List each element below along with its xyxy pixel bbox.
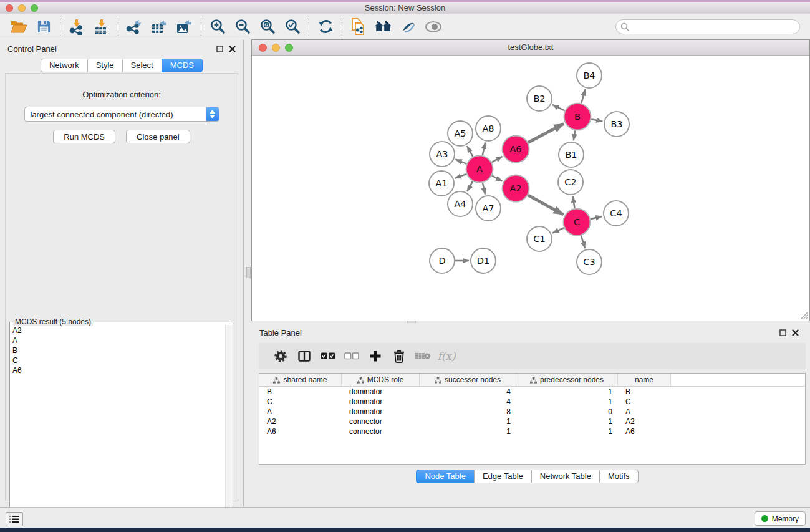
node-D1[interactable]: D1	[471, 248, 496, 273]
node-B[interactable]: B	[564, 104, 591, 130]
node-A8[interactable]: A8	[476, 116, 501, 141]
node-B3[interactable]: B3	[604, 112, 629, 137]
node-C2[interactable]: C2	[558, 170, 583, 195]
node-B4[interactable]: B4	[577, 63, 602, 88]
edge-B-B4[interactable]	[581, 89, 585, 103]
edge-A-A1[interactable]	[455, 174, 466, 178]
result-item[interactable]: B	[12, 346, 224, 355]
export-table-button[interactable]	[147, 16, 172, 37]
criterion-dropdown[interactable]: largest connected component (directed)	[24, 107, 219, 122]
edge-A2-C[interactable]	[528, 195, 564, 215]
mcds-result-list[interactable]: A2ABCA6	[11, 326, 224, 531]
tab-network-table[interactable]: Network Table	[531, 470, 600, 483]
edge-A-A4[interactable]	[467, 181, 473, 191]
node-A1[interactable]: A1	[429, 171, 454, 196]
float-table-panel-icon[interactable]	[779, 329, 786, 336]
vertical-scrollbar-thumb[interactable]	[246, 267, 251, 278]
result-item[interactable]: A2	[12, 326, 224, 336]
edge-A-A6[interactable]	[492, 157, 503, 162]
export-network-button[interactable]	[122, 16, 147, 37]
result-item[interactable]: A6	[12, 365, 224, 375]
result-scrollbar[interactable]	[225, 325, 233, 532]
tab-network[interactable]: Network	[41, 59, 88, 72]
close-window-button[interactable]	[6, 4, 13, 12]
refresh-network-button[interactable]	[313, 16, 338, 37]
table-row[interactable]: Adominator80A	[259, 407, 805, 417]
table-row[interactable]: Bdominator41B	[259, 387, 805, 397]
table-row[interactable]: Cdominator41C	[259, 397, 805, 407]
tab-select[interactable]: Select	[122, 59, 162, 72]
zoom-window-button[interactable]	[31, 4, 38, 12]
network-canvas[interactable]: B4B2BB3A8A5A6A3B1AC2A1A2A4A7C4CC1DD1C3	[252, 56, 809, 321]
close-panel-button[interactable]: Close panel	[126, 130, 190, 143]
search-input[interactable]	[615, 19, 800, 34]
import-table-button[interactable]	[89, 16, 114, 37]
column-header-predecessor-nodes[interactable]: predecessor nodes	[516, 374, 618, 386]
run-mcds-button[interactable]: Run MCDS	[53, 130, 115, 143]
edge-C-C1[interactable]	[552, 228, 564, 233]
node-C1[interactable]: C1	[527, 226, 552, 251]
edge-A-A3[interactable]	[455, 160, 466, 164]
show-columns-button[interactable]	[292, 346, 316, 367]
node-D[interactable]: D	[430, 248, 455, 273]
minimize-network-button[interactable]	[272, 44, 280, 52]
edge-C-C3[interactable]	[581, 235, 585, 248]
result-item[interactable]: C	[12, 355, 224, 365]
memory-button[interactable]: Memory	[755, 511, 806, 526]
network-window-titlebar[interactable]: testGlobe.txt	[252, 40, 809, 56]
node-A[interactable]: A	[466, 156, 493, 183]
delete-columns-button[interactable]	[387, 346, 411, 367]
zoom-fit-button[interactable]	[255, 16, 280, 37]
close-table-panel-icon[interactable]	[792, 329, 799, 336]
zoom-in-button[interactable]	[205, 16, 230, 37]
node-C[interactable]: C	[564, 209, 591, 236]
close-network-button[interactable]	[259, 44, 267, 52]
column-header-name[interactable]: name	[618, 374, 671, 386]
import-network-button[interactable]	[64, 16, 89, 37]
table-row[interactable]: A2connector11A2	[259, 417, 805, 427]
delete-table-button[interactable]	[411, 346, 435, 367]
node-A3[interactable]: A3	[430, 142, 455, 167]
edge-A-A8[interactable]	[483, 142, 485, 155]
column-header-shared-name[interactable]: shared name	[259, 374, 342, 386]
home-button[interactable]	[371, 16, 396, 37]
column-header-mcds-role[interactable]: MCDS role	[342, 374, 420, 386]
add-column-button[interactable]	[364, 346, 387, 367]
table-row[interactable]: A6connector11A6	[259, 427, 805, 437]
edge-C-C4[interactable]	[591, 216, 602, 219]
edge-B-B3[interactable]	[591, 119, 602, 121]
float-panel-icon[interactable]	[216, 46, 223, 52]
table-options-button[interactable]	[269, 346, 292, 367]
edge-C-C2[interactable]	[573, 196, 575, 208]
minimize-window-button[interactable]	[18, 4, 26, 12]
save-session-button[interactable]	[31, 16, 56, 37]
column-header-successor-nodes[interactable]: successor nodes	[420, 374, 516, 386]
unselect-all-columns-button[interactable]	[340, 346, 364, 367]
open-session-button[interactable]	[6, 16, 31, 37]
node-A4[interactable]: A4	[448, 191, 473, 216]
node-A7[interactable]: A7	[476, 196, 501, 221]
bird-eye-view-button[interactable]	[421, 16, 446, 37]
node-C3[interactable]: C3	[577, 249, 602, 274]
node-A6[interactable]: A6	[503, 136, 529, 163]
tab-edge-table[interactable]: Edge Table	[474, 470, 532, 483]
edge-A-A5[interactable]	[467, 146, 473, 157]
select-all-columns-button[interactable]	[316, 346, 340, 367]
tab-motifs[interactable]: Motifs	[599, 470, 639, 483]
hide-graphics-details-button[interactable]	[396, 16, 421, 37]
export-image-button[interactable]	[172, 16, 197, 37]
zoom-network-button[interactable]	[285, 44, 293, 52]
node-A5[interactable]: A5	[448, 121, 473, 146]
node-C4[interactable]: C4	[604, 201, 629, 226]
edge-A6-B[interactable]	[528, 123, 564, 142]
function-builder-button[interactable]: f(x)	[435, 346, 458, 367]
edge-A-A7[interactable]	[483, 183, 485, 195]
close-panel-icon[interactable]	[229, 46, 236, 52]
clone-network-button[interactable]	[346, 16, 371, 37]
node-B2[interactable]: B2	[527, 86, 552, 111]
edge-B-B2[interactable]	[552, 105, 565, 110]
resize-grip[interactable]	[801, 312, 809, 320]
edge-B-B1[interactable]	[574, 130, 576, 140]
tab-node-table[interactable]: Node Table	[416, 470, 475, 483]
tab-style[interactable]: Style	[87, 59, 123, 72]
